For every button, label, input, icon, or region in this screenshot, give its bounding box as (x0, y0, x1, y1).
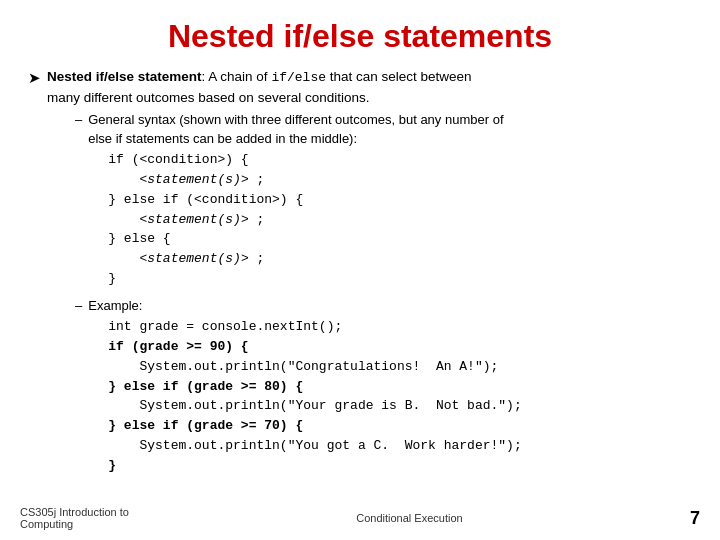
dash-marker-2: – (75, 297, 82, 316)
keyword-nested: Nested if/else statement (47, 69, 202, 84)
footer-center: Conditional Execution (356, 512, 462, 524)
code-syntax-line-3: } else if (<condition>) { (108, 190, 503, 210)
code-ex-line-4: } else if (grade >= 80) { (108, 377, 521, 397)
main-bullet: ➤ Nested if/else statement: A chain of i… (28, 67, 692, 478)
bullet-line2: many different outcomes based on several… (47, 90, 369, 105)
code-block-example: int grade = console.nextInt(); if (grade… (108, 317, 521, 475)
slide: Nested if/else statements ➤ Nested if/el… (0, 0, 720, 540)
code-ex-line-5: System.out.println("Your grade is B. Not… (108, 396, 521, 416)
code-syntax-line-6: <statement(s)> ; (108, 249, 503, 269)
code-ex-line-2: if (grade >= 90) { (108, 337, 521, 357)
dash-content-2: Example: int grade = console.nextInt(); … (88, 297, 521, 476)
code-ex-line-7: System.out.println("You got a C. Work ha… (108, 436, 521, 456)
dash-content-1: General syntax (shown with three differe… (88, 111, 503, 289)
code-syntax-line-1: if (<condition>) { (108, 150, 503, 170)
code-syntax-line-4: <statement(s)> ; (108, 210, 503, 230)
code-ex-line-3: System.out.println("Congratulations! An … (108, 357, 521, 377)
code-if-else: if/else (271, 70, 326, 85)
bullet-body: Nested if/else statement: A chain of if/… (47, 67, 522, 478)
code-ex-line-1: int grade = console.nextInt(); (108, 317, 521, 337)
code-syntax-line-5: } else { (108, 229, 503, 249)
code-syntax-line-7: } (108, 269, 503, 289)
dash-text-1b: else if statements can be added in the m… (88, 131, 357, 146)
code-syntax-line-2: <statement(s)> ; (108, 170, 503, 190)
code-ex-line-8: } (108, 456, 521, 476)
dash-marker-1: – (75, 111, 82, 130)
code-ex-line-6: } else if (grade >= 70) { (108, 416, 521, 436)
bullet-intro: Nested if/else statement: A chain of if/… (47, 69, 472, 84)
slide-title: Nested if/else statements (28, 18, 692, 55)
dash-text-1a: General syntax (shown with three differe… (88, 112, 503, 127)
slide-content: ➤ Nested if/else statement: A chain of i… (28, 67, 692, 478)
bullet-marker: ➤ (28, 67, 41, 89)
dash-item-2: – Example: int grade = console.nextInt()… (75, 297, 522, 476)
code-block-syntax: if (<condition>) { <statement(s)> ; } el… (108, 150, 503, 288)
dash-text-2: Example: (88, 298, 142, 313)
sub-section-1: – General syntax (shown with three diffe… (75, 111, 522, 476)
footer-page-number: 7 (690, 508, 700, 529)
footer-left: CS305j Introduction to Computing (20, 506, 129, 530)
footer: CS305j Introduction to Computing Conditi… (20, 506, 700, 530)
dash-item-1: – General syntax (shown with three diffe… (75, 111, 522, 289)
